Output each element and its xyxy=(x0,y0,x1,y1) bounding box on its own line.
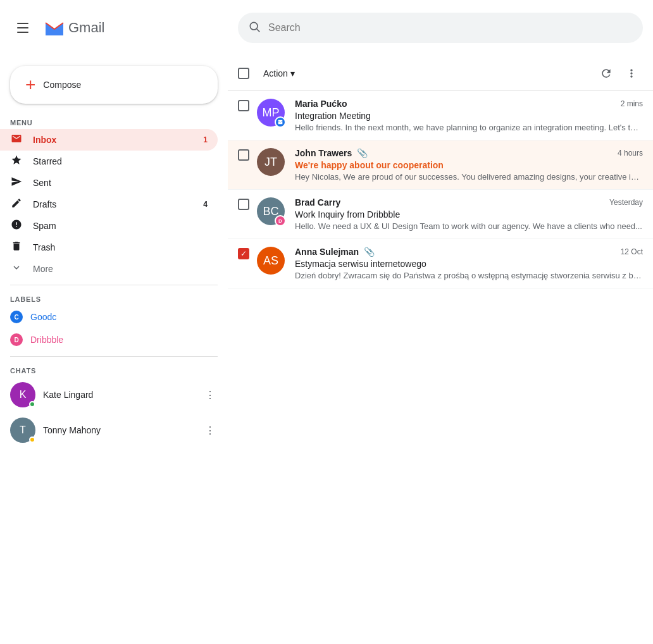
email-subject-1: Integration Meeting xyxy=(295,111,643,121)
drafts-label: Drafts xyxy=(33,199,193,209)
email-row-3[interactable]: BC D Brad Carry Yesterday Work Inquiry f… xyxy=(228,190,653,239)
email-preview-4: Dzień dobry! Zwracam się do Państwa z pr… xyxy=(295,271,643,280)
email-body-2: John Trawers 📎 4 hours We're happy about… xyxy=(295,148,643,182)
svg-line-2 xyxy=(257,28,260,32)
email-time-4: 12 Oct xyxy=(621,247,643,256)
email-header-2: John Trawers 📎 4 hours xyxy=(295,148,643,158)
email-list-panel: Action ▾ MP M xyxy=(228,56,653,644)
email-time-2: 4 hours xyxy=(618,149,643,158)
email-subject-4: Estymacja serwisu internetowego xyxy=(295,259,643,269)
chats-section-label: CHATS xyxy=(0,362,228,377)
email-sender-4: Anna Sulejman 📎 xyxy=(295,247,616,257)
maria-badge-icon xyxy=(275,116,286,128)
email-body-4: Anna Sulejman 📎 12 Oct Estymacja serwisu… xyxy=(295,247,643,280)
sidebar-item-more[interactable]: More xyxy=(0,258,218,280)
email-checkbox-1[interactable] xyxy=(238,100,249,111)
email-avatar-wrap-3: BC D xyxy=(257,197,285,225)
header-left: Gmail xyxy=(10,15,238,40)
kate-status-online-icon xyxy=(29,401,35,407)
kate-more-button[interactable]: ⋮ xyxy=(202,387,218,404)
drafts-icon xyxy=(10,197,23,211)
sent-label: Sent xyxy=(33,178,208,188)
sidebar: + Compose MENU Inbox 1 Starred Sent xyxy=(0,56,228,644)
email-checkbox-3[interactable] xyxy=(238,199,249,210)
sidebar-label-goodc[interactable]: C Goodc xyxy=(0,306,218,328)
sidebar-item-spam[interactable]: Spam xyxy=(0,215,218,237)
email-header-3: Brad Carry Yesterday xyxy=(295,197,643,207)
more-chevron-icon xyxy=(10,262,23,276)
goodc-dot-icon: C xyxy=(10,311,23,323)
select-all-checkbox[interactable] xyxy=(238,68,249,79)
john-avatar: JT xyxy=(257,148,285,176)
inbox-icon xyxy=(10,133,23,147)
kate-avatar: K xyxy=(10,382,35,407)
trash-label: Trash xyxy=(33,242,208,252)
email-sender-2: John Trawers 📎 xyxy=(295,148,613,158)
tonny-name: Tonny Mahony xyxy=(43,425,195,435)
compose-plus-icon: + xyxy=(25,76,35,94)
email-row-4[interactable]: ✓ AS Anna Sulejman 📎 12 Oct Estymacja se… xyxy=(228,239,653,288)
sidebar-divider-1 xyxy=(10,285,218,285)
sidebar-item-drafts[interactable]: Drafts 4 xyxy=(0,194,218,215)
email-row-2[interactable]: JT John Trawers 📎 4 hours We're happy ab… xyxy=(228,140,653,190)
chat-item-tonny[interactable]: T Tonny Mahony ⋮ xyxy=(0,412,228,448)
sidebar-item-sent[interactable]: Sent xyxy=(0,172,218,194)
tonny-status-away-icon xyxy=(29,437,35,443)
gmail-label: Gmail xyxy=(68,20,104,36)
spam-icon xyxy=(10,219,23,233)
goodc-label-text: Goodc xyxy=(30,312,56,322)
more-label: More xyxy=(33,264,208,274)
more-options-button[interactable] xyxy=(620,62,643,85)
email-sender-3: Brad Carry xyxy=(295,197,604,207)
email-avatar-wrap-2: JT xyxy=(257,148,285,176)
email-checkbox-2[interactable] xyxy=(238,149,249,161)
sidebar-item-inbox[interactable]: Inbox 1 xyxy=(0,129,218,151)
starred-label: Starred xyxy=(33,156,208,166)
email-toolbar: Action ▾ xyxy=(228,56,653,91)
inbox-label: Inbox xyxy=(33,135,193,145)
sidebar-divider-2 xyxy=(10,356,218,357)
email-header-1: Maria Pućko 2 mins xyxy=(295,99,643,109)
search-input[interactable] xyxy=(268,22,633,34)
kate-name: Kate Lingard xyxy=(43,390,195,400)
gmail-m-icon xyxy=(43,16,66,39)
email-header-4: Anna Sulejman 📎 12 Oct xyxy=(295,247,643,257)
gmail-logo: Gmail xyxy=(43,16,104,39)
labels-section-label: LABELS xyxy=(0,290,228,306)
search-bar[interactable] xyxy=(238,13,643,43)
email-checkbox-4[interactable]: ✓ xyxy=(238,248,249,259)
dribbble-label-text: Dribbble xyxy=(30,335,63,345)
header: Gmail xyxy=(0,0,653,56)
svg-point-1 xyxy=(250,22,258,30)
attachment-icon-4: 📎 xyxy=(364,247,375,257)
sidebar-item-trash[interactable]: Trash xyxy=(0,237,218,258)
brad-badge-icon: D xyxy=(275,215,286,226)
toolbar-right xyxy=(595,62,643,85)
search-icon xyxy=(248,20,261,36)
chat-item-kate[interactable]: K Kate Lingard ⋮ xyxy=(0,377,228,412)
email-subject-2: We're happy about our cooperation xyxy=(295,160,643,170)
email-avatar-wrap-4: AS xyxy=(257,247,285,275)
sidebar-label-dribbble[interactable]: D Dribbble xyxy=(0,328,218,351)
inbox-badge: 1 xyxy=(203,135,208,144)
email-preview-3: Hello. We need a UX & UI Design Team to … xyxy=(295,221,643,231)
email-preview-1: Hello friends. In the next month, we hav… xyxy=(295,123,643,132)
tonny-more-button[interactable]: ⋮ xyxy=(202,422,218,439)
refresh-button[interactable] xyxy=(595,62,618,85)
sidebar-item-starred[interactable]: Starred xyxy=(0,151,218,172)
action-dropdown-button[interactable]: Action ▾ xyxy=(257,65,301,82)
dribbble-dot-icon: D xyxy=(10,333,23,346)
compose-button[interactable]: + Compose xyxy=(10,66,218,104)
email-body-1: Maria Pućko 2 mins Integration Meeting H… xyxy=(295,99,643,132)
email-subject-3: Work Inquiry from Dribbble xyxy=(295,209,643,220)
drafts-badge: 4 xyxy=(203,200,208,209)
action-label: Action xyxy=(263,68,288,78)
hamburger-menu-button[interactable] xyxy=(10,15,35,40)
hamburger-icon xyxy=(17,23,28,33)
email-body-3: Brad Carry Yesterday Work Inquiry from D… xyxy=(295,197,643,231)
main-layout: + Compose MENU Inbox 1 Starred Sent xyxy=(0,56,653,644)
sent-icon xyxy=(10,176,23,190)
anna-avatar: AS xyxy=(257,247,285,275)
menu-section-label: MENU xyxy=(0,114,228,129)
email-row-1[interactable]: MP Maria Pućko 2 mins Integration Meetin… xyxy=(228,91,653,140)
